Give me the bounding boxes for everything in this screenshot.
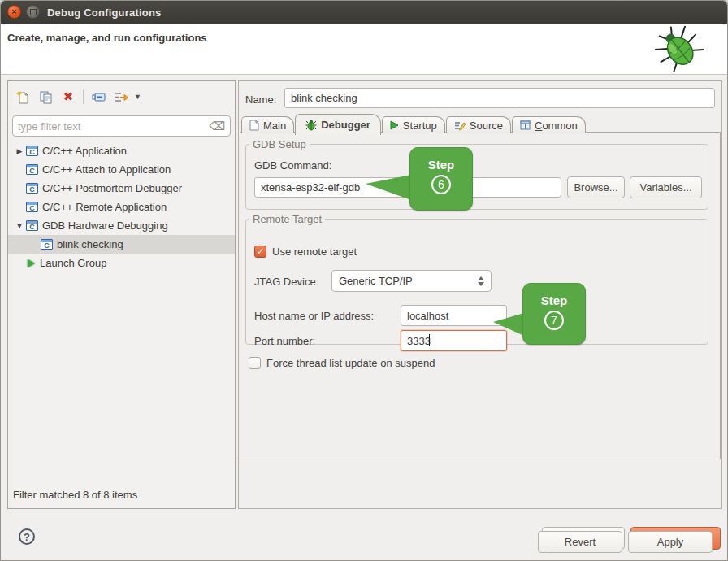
step-7-arrow (493, 313, 524, 336)
tab-label: Debugger (321, 119, 370, 131)
step-6-callout: Step 6 (410, 147, 473, 211)
c-application-icon: C (26, 183, 38, 194)
tab-source[interactable]: Source (446, 116, 511, 133)
c-application-icon: C (26, 202, 38, 212)
dialog-header: Create, manage, and run configurations (1, 24, 727, 75)
c-application-icon: C (26, 164, 38, 175)
name-label: Name: (245, 94, 276, 106)
tab-label: Common (535, 120, 578, 132)
tree-item-label: C/C++ Remote Application (42, 201, 167, 213)
tree-item-label: C/C++ Attach to Application (42, 163, 171, 176)
tab-label: Startup (403, 120, 437, 132)
toolbar-separator (83, 89, 84, 104)
duplicate-configuration-icon[interactable] (37, 89, 54, 105)
c-application-icon: C (26, 146, 38, 156)
play-icon (390, 120, 399, 130)
jtag-device-select[interactable]: Generic TCP/IP (332, 270, 492, 292)
step-7-callout: Step 7 (522, 283, 586, 345)
window-restore-icon[interactable] (26, 5, 40, 19)
tab-common[interactable]: Common (512, 116, 586, 133)
gdb-command-label: GDB Command: (254, 159, 332, 172)
header-title: Create, manage, and run configurations (7, 32, 207, 44)
tree-item-label: blink checking (57, 238, 124, 250)
bug-icon (306, 120, 317, 131)
source-icon (454, 120, 466, 131)
filter-status-text: Filter matched 8 of 8 items (13, 489, 137, 501)
step-number: 7 (544, 311, 564, 330)
tree-item-gdb-hardware[interactable]: ▼ C GDB Hardware Debugging (8, 216, 235, 235)
clear-filter-icon[interactable]: ⌫ (209, 120, 230, 133)
restore-glyph (30, 9, 37, 15)
expand-arrow-icon[interactable]: ▶ (15, 147, 24, 155)
new-configuration-icon[interactable] (15, 89, 31, 105)
window-title: Debug Configurations (47, 1, 162, 24)
filter-field-wrapper: ⌫ (12, 115, 231, 137)
filter-configurations-icon[interactable] (113, 89, 129, 105)
jtag-device-label: JTAG Device: (254, 276, 318, 288)
host-input[interactable] (401, 305, 507, 326)
force-thread-checkbox[interactable] (249, 357, 261, 369)
delete-configuration-icon[interactable]: ✖ (60, 89, 76, 105)
tree-item-cpp-remote[interactable]: ▶ C C/C++ Remote Application (8, 198, 235, 216)
port-label: Port number: (254, 335, 315, 347)
gdb-setup-title: GDB Setup (249, 138, 310, 150)
help-button[interactable]: ? (19, 528, 35, 545)
revert-button[interactable]: Revert (538, 531, 622, 553)
collapse-arrow-icon[interactable]: ▼ (15, 222, 24, 230)
tree-item-launch-group[interactable]: ▶ Launch Group (8, 254, 235, 272)
name-input[interactable] (284, 88, 715, 108)
collapse-all-icon[interactable] (90, 89, 106, 105)
tab-main[interactable]: Main (241, 116, 294, 133)
force-thread-label: Force thread list update on suspend (266, 357, 435, 369)
configurations-panel: ✖ ▼ ⌫ ▶ C C/C++ Application ▶ C C/C++ (7, 80, 236, 509)
host-label: Host name or IP address: (254, 310, 374, 322)
configuration-detail-panel: Name: Main Debugger Startup Source Commo… (238, 80, 722, 509)
step-label: Step (541, 294, 568, 307)
title-bar[interactable]: × Debug Configurations (1, 1, 727, 24)
apply-button[interactable]: Apply (628, 531, 713, 553)
tree-item-label: C/C++ Application (42, 145, 127, 157)
c-application-icon: C (41, 239, 53, 250)
tab-label: Source (470, 120, 503, 132)
gdb-setup-group: GDB Setup GDB Command: Browse... Variabl… (245, 138, 708, 210)
jtag-device-value: Generic TCP/IP (339, 275, 478, 287)
combo-spinner-icon (478, 276, 484, 286)
launch-group-icon (28, 259, 35, 267)
step-number: 6 (431, 175, 451, 194)
use-remote-target-checkbox[interactable]: ✓ (254, 246, 266, 258)
step-6-arrow (366, 175, 411, 200)
filter-input[interactable] (13, 120, 209, 133)
tree-item-blink-checking[interactable]: ▶ C blink checking (8, 235, 235, 254)
debug-bug-icon (651, 25, 708, 76)
tree-item-label: Launch Group (40, 257, 106, 269)
tree-item-cpp-attach[interactable]: ▶ C C/C++ Attach to Application (8, 160, 235, 179)
tree-item-label: GDB Hardware Debugging (42, 220, 168, 232)
text-cursor (429, 334, 430, 346)
browse-button[interactable]: Browse... (567, 176, 625, 198)
port-input[interactable] (401, 330, 507, 351)
tree-item-cpp-application[interactable]: ▶ C C/C++ Application (8, 141, 235, 160)
tab-label: Main (263, 120, 286, 132)
document-icon (249, 120, 259, 131)
remote-target-title: Remote Target (249, 213, 325, 225)
variables-button[interactable]: Variables... (630, 176, 702, 198)
toolbar-menu-caret-icon[interactable]: ▼ (134, 93, 141, 101)
step-label: Step (428, 158, 455, 172)
configuration-tabs: Main Debugger Startup Source Common (241, 113, 587, 133)
debugger-tab-content: GDB Setup GDB Command: Browse... Variabl… (240, 132, 721, 459)
tab-startup[interactable]: Startup (382, 116, 445, 133)
table-icon (520, 120, 531, 130)
launch-toolbar: ✖ ▼ (8, 85, 235, 108)
remote-target-group: Remote Target ✓ Use remote target JTAG D… (245, 213, 708, 345)
debug-configurations-dialog: × Debug Configurations Create, manage, a… (0, 0, 728, 561)
c-application-icon: C (26, 220, 38, 231)
tab-debugger[interactable]: Debugger (295, 114, 381, 135)
tree-item-cpp-postmortem[interactable]: ▶ C C/C++ Postmortem Debugger (8, 179, 235, 198)
use-remote-target-label: Use remote target (272, 246, 357, 258)
window-close-icon[interactable]: × (7, 5, 21, 19)
tree-item-label: C/C++ Postmortem Debugger (42, 182, 182, 194)
